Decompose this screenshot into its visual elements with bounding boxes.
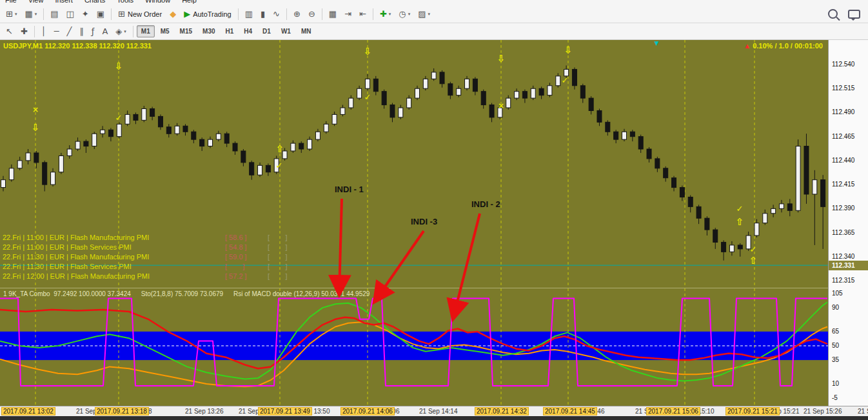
equidistant-channel-icon: ∥ bbox=[79, 27, 84, 35]
candle bbox=[614, 132, 618, 139]
panel-divider[interactable] bbox=[0, 288, 828, 288]
x-mark: × bbox=[32, 106, 39, 114]
menu-item-view[interactable]: View bbox=[28, 0, 44, 4]
chart-shift-button[interactable]: ⇤ bbox=[356, 6, 370, 22]
toolbar-right-group bbox=[828, 9, 864, 19]
text-tool-button[interactable]: A bbox=[99, 24, 111, 39]
indicators-icon: ✚ bbox=[380, 10, 387, 18]
menu-item-charts[interactable]: Charts bbox=[84, 0, 105, 4]
new-chart-button[interactable]: ⊞▾ bbox=[3, 6, 20, 22]
profiles-button[interactable]: ▦▾ bbox=[21, 6, 40, 22]
crosshair-icon: ✚ bbox=[21, 27, 28, 35]
metaeditor-button[interactable]: ◆ bbox=[166, 6, 179, 22]
menu-item-window[interactable]: Window bbox=[145, 0, 170, 4]
menu-item-help[interactable]: Help bbox=[182, 0, 197, 4]
chart-area[interactable]: USDJPY,M1 112.320 112.338 112.320 112.33… bbox=[0, 40, 828, 406]
time-axis[interactable]: 21 Sep 13:0221 Sep 13:1021 Sep 13:1821 S… bbox=[0, 406, 868, 416]
candle bbox=[539, 88, 544, 95]
indicator-scale-label: -5 bbox=[832, 394, 838, 401]
crosshair-button[interactable]: ✚ bbox=[17, 24, 31, 39]
candle bbox=[531, 88, 535, 98]
news-event-text: 22.Fri | 11:30 | EUR | Flash Services PM… bbox=[3, 263, 225, 270]
checkmark-mark: ✓ bbox=[736, 205, 744, 213]
candle bbox=[258, 165, 262, 175]
candle bbox=[382, 92, 386, 105]
text-tool-icon: A bbox=[102, 27, 108, 35]
down-arrow-mark: ⇩ bbox=[497, 54, 506, 64]
menu-item-tools[interactable]: Tools bbox=[117, 0, 133, 4]
candle bbox=[241, 151, 246, 163]
arrows-tool-icon: ◈ bbox=[115, 27, 122, 35]
timeframe-m30[interactable]: M30 bbox=[198, 25, 219, 37]
candle bbox=[415, 88, 420, 98]
timeframe-h4[interactable]: H4 bbox=[239, 25, 257, 37]
time-label: 21 Sep 14:14 bbox=[419, 408, 458, 415]
candle bbox=[349, 98, 353, 108]
indicators-button[interactable]: ✚▾ bbox=[377, 6, 394, 22]
separator bbox=[34, 26, 35, 37]
menu-item-insert[interactable]: Insert bbox=[55, 0, 73, 4]
tile-windows-button[interactable]: ▦ bbox=[326, 6, 340, 22]
candle bbox=[75, 141, 80, 149]
timeframe-m5[interactable]: M5 bbox=[156, 25, 174, 37]
periods-button[interactable]: ◷▾ bbox=[395, 6, 413, 22]
trendline-button[interactable]: ╱ bbox=[63, 24, 75, 39]
candle bbox=[713, 230, 718, 242]
checkmark-mark: ✓ bbox=[276, 161, 283, 170]
price-scale[interactable]: 112.540112.515112.490112.465112.440112.4… bbox=[828, 40, 868, 406]
up-arrow-mark: ⇧ bbox=[276, 145, 284, 154]
chat-button[interactable] bbox=[848, 10, 860, 19]
timeframe-w1[interactable]: W1 bbox=[277, 25, 295, 37]
indicator-panel[interactable] bbox=[0, 288, 828, 406]
up-tick-icon: ▲ bbox=[744, 42, 751, 50]
data-window-button[interactable]: ◫ bbox=[63, 6, 77, 22]
candle bbox=[779, 204, 784, 208]
candle bbox=[705, 218, 709, 230]
candle bbox=[440, 72, 444, 84]
zoom-in-button[interactable]: ⊕ bbox=[290, 6, 304, 22]
market-watch-icon: ▤ bbox=[50, 10, 58, 18]
horizontal-line-button[interactable]: ─ bbox=[51, 24, 63, 39]
terminal-button[interactable]: ▣ bbox=[94, 6, 108, 22]
line-chart-button[interactable]: ∿ bbox=[270, 6, 283, 22]
search-button[interactable] bbox=[828, 9, 838, 19]
price-label: 112.390 bbox=[832, 205, 854, 212]
news-event-value: [ 57.2 ] bbox=[225, 272, 268, 280]
navigator-button[interactable]: ✦ bbox=[79, 6, 92, 22]
indicator-scale-label: 90 bbox=[832, 304, 839, 311]
equidistant-channel-button[interactable]: ∥ bbox=[76, 24, 87, 39]
timeframe-h1[interactable]: H1 bbox=[221, 25, 239, 37]
menu-item-file[interactable]: File bbox=[5, 0, 17, 4]
news-event-value: [ 58.6 ] bbox=[225, 234, 268, 241]
candle bbox=[315, 132, 320, 139]
bar-chart-button[interactable]: ▥ bbox=[242, 6, 256, 22]
timeframe-d1[interactable]: D1 bbox=[258, 25, 275, 37]
down-arrow-mark: ⇩ bbox=[364, 47, 372, 57]
candle-chart-button[interactable]: ▮ bbox=[257, 6, 268, 22]
bar-chart-icon: ▥ bbox=[245, 10, 253, 18]
candle bbox=[117, 124, 121, 136]
candle bbox=[208, 139, 213, 146]
cursor-button[interactable]: ↖ bbox=[3, 24, 16, 39]
news-event-line: 22.Fri | 12:00 | EUR | Flash Manufacturi… bbox=[3, 272, 288, 280]
market-watch-button[interactable]: ▤ bbox=[47, 6, 61, 22]
zoom-in-icon: ⊕ bbox=[293, 10, 301, 18]
candle bbox=[680, 188, 684, 197]
fibonacci-button[interactable]: ƒ bbox=[88, 24, 98, 39]
templates-button[interactable]: ▨▾ bbox=[415, 6, 433, 22]
news-event-text: 22.Fri | 12:00 | EUR | Flash Manufacturi… bbox=[3, 272, 225, 280]
timeframe-m15[interactable]: M15 bbox=[175, 25, 197, 37]
annotation-label: INDI - 1 bbox=[335, 185, 364, 194]
new-order-button[interactable]: ⊞New Order bbox=[115, 6, 165, 22]
auto-scroll-button[interactable]: ⇥ bbox=[341, 6, 355, 22]
candle bbox=[755, 223, 759, 235]
autotrading-button[interactable]: ▶AutoTrading bbox=[181, 6, 235, 22]
candle bbox=[175, 126, 179, 134]
checkmark-mark: ✓ bbox=[115, 114, 123, 122]
timeframe-m1[interactable]: M1 bbox=[137, 25, 155, 37]
candlestick-chart[interactable] bbox=[0, 40, 828, 288]
timeframe-mn[interactable]: MN bbox=[297, 25, 316, 37]
arrows-tool-button[interactable]: ◈▾ bbox=[112, 24, 130, 39]
vertical-line-button[interactable]: │ bbox=[38, 24, 50, 39]
zoom-out-button[interactable]: ⊖ bbox=[305, 6, 319, 22]
